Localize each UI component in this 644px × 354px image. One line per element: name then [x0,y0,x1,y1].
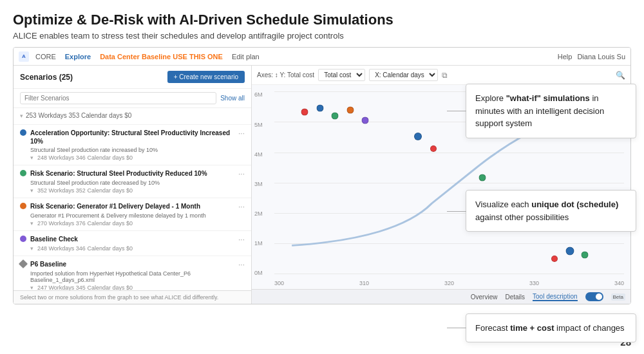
scenario-name: Acceleration Opportunity: Structural Ste… [30,129,234,145]
x-label-320: 320 [444,280,454,286]
filter-scenarios-input[interactable] [20,92,216,104]
nav-explore[interactable]: Explore [62,51,93,62]
chevron-down-icon: ▾ [30,154,33,161]
scenario-desc: Imported solution from HyperNet Hypothet… [20,270,245,283]
chart-dot[interactable] [565,247,574,255]
y-label-3m: 3M [254,181,263,187]
bottom-bar: Select two or more solutions from the gr… [14,290,251,304]
scenario-color-indicator [20,170,26,176]
more-options-button[interactable]: ··· [238,129,245,138]
callout-connector-line [447,328,466,328]
chart-dot[interactable] [479,174,486,181]
chevron-down-icon: ▾ [30,245,33,252]
callout-3-bold: time + cost [510,323,554,333]
scenario-stats-text: 352 Workdays 352 Calendar days $0 [37,187,133,194]
y-axis: 6M 5M 4M 3M 2M 1M 0M [254,91,263,276]
y-label-4m: 4M [254,151,263,158]
list-item[interactable]: P6 Baseline ··· Imported solution from H… [14,256,251,290]
callout-3-suffix: impact of changes [554,323,624,333]
y-label-5m: 5M [254,122,263,128]
callout-2-suffix: against other possibilities [475,212,569,222]
callout-2-bold: unique dot (schedule) [531,200,618,209]
callout-connector-line [447,111,466,111]
scenario-stats-text: 248 Workdays 346 Calendar days $0 [37,245,133,252]
axes-label: Axes: ↕ Y: Total cost [257,71,314,79]
toggle-thumb [596,293,602,300]
scenario-name: Risk Scenario: Structural Steel Producti… [30,169,234,178]
more-options-button[interactable]: ··· [238,169,245,178]
list-item[interactable]: Risk Scenario: Structural Steel Producti… [14,165,251,198]
left-panel: Scenarios (25) + Create new scenario Sho… [14,66,252,304]
tab-details[interactable]: Details [505,293,525,301]
scenario-color-indicator [20,203,26,209]
x-axis-select[interactable]: X: Calendar days [369,69,438,81]
nav-user: Diana Louis Su [577,53,625,61]
more-options-button[interactable]: ··· [238,260,245,269]
x-label-340: 340 [614,280,624,286]
scenario-name: Baseline Check [30,235,234,243]
scenario-desc: Generator #1 Procurement & Delivery mile… [20,212,245,219]
chart-dot[interactable] [414,133,422,140]
list-item: ▾ 253 Workdays 353 Calendar days $0 [14,108,251,125]
chart-dot[interactable] [316,104,323,111]
callout-connector-line [447,211,466,212]
callout-3-prefix: Forecast [475,323,510,333]
callout-1-bold: "what-if" simulations [506,93,590,103]
chart-dot[interactable] [362,116,369,124]
tab-overview[interactable]: Overview [471,293,498,301]
scenario-color-indicator [20,129,26,136]
grid-line [274,274,624,274]
scenario-name: Risk Scenario: Generator #1 Delivery Del… [30,202,234,210]
x-label-330: 330 [529,280,539,286]
scenario-color-indicator [20,236,26,242]
show-all-button[interactable]: Show all [220,95,245,102]
toggle-switch[interactable] [585,292,603,301]
list-item[interactable]: Acceleration Opportunity: Structural Ste… [14,125,251,165]
toggle-track[interactable] [585,292,603,301]
chart-options-icon[interactable]: ⧉ [442,71,448,80]
page-subtitle: ALICE enables team to stress test their … [13,31,631,41]
list-item[interactable]: Baseline Check ··· ▾ 248 Workdays 346 Ca… [14,231,251,256]
nav-edit-plan[interactable]: Edit plan [229,51,262,62]
chart-dot[interactable] [346,106,354,113]
callout-forecast: Forecast time + cost impact of changes [466,313,636,343]
filter-row: Show all [14,89,251,108]
callout-whatif: Explore "what-if" simulations in minutes… [466,84,636,138]
tab-tool-description[interactable]: Tool description [533,293,577,301]
y-axis-select[interactable]: Total cost [318,69,365,81]
page-wrapper: Optimize & De-Risk with AI-Driven Schedu… [0,0,644,354]
scenarios-title: Scenarios (25) [20,73,73,82]
scenario-stat: ▾ 247 Workdays 345 Calendar days $0 [20,284,245,290]
x-axis: 300 310 320 330 340 [274,280,624,286]
y-label-1m: 1M [254,240,263,247]
nav-data-center[interactable]: Data Center Baseline USE THIS ONE [97,51,225,62]
more-options-button[interactable]: ··· [238,235,245,244]
chart-dot[interactable] [582,251,589,258]
chart-dot[interactable] [551,256,558,262]
scenario-stat: ▾ 270 Workdays 376 Calendar days $0 [20,220,245,227]
nav-left: A CORE Explore Data Center Baseline USE … [19,51,262,62]
scenario-stats-text: 248 Workdays 346 Calendar days $0 [37,154,133,161]
scenario-stat: ▾ 248 Workdays 346 Calendar days $0 [20,154,245,161]
nav-help[interactable]: Help [558,53,573,61]
scenario-color-indicator [19,259,28,268]
y-label-6m: 6M [254,91,263,98]
chart-dot[interactable] [430,145,437,152]
bottom-tabs: Overview Details Tool description Beta [252,289,630,304]
bottom-hint: Select two or more solutions from the gr… [20,294,218,301]
app-logo: A [19,51,29,62]
list-item[interactable]: Risk Scenario: Generator #1 Delivery Del… [14,198,251,231]
more-options-button[interactable]: ··· [238,202,245,211]
search-icon[interactable]: 🔍 [616,71,625,80]
chart-dot[interactable] [301,109,308,116]
x-label-310: 310 [359,280,369,286]
create-scenario-button[interactable]: + Create new scenario [167,71,245,83]
callout-2-prefix: Visualize each [475,200,531,209]
chevron-down-icon: ▾ [20,113,23,119]
scenario-list: ▾ 253 Workdays 353 Calendar days $0 Acce… [14,108,251,290]
chevron-down-icon: ▾ [30,284,33,290]
chart-dot[interactable] [332,113,339,120]
scenario-stats-text: 270 Workdays 376 Calendar days $0 [37,220,133,227]
chevron-down-icon: ▾ [30,220,33,227]
nav-core[interactable]: CORE [33,51,59,62]
